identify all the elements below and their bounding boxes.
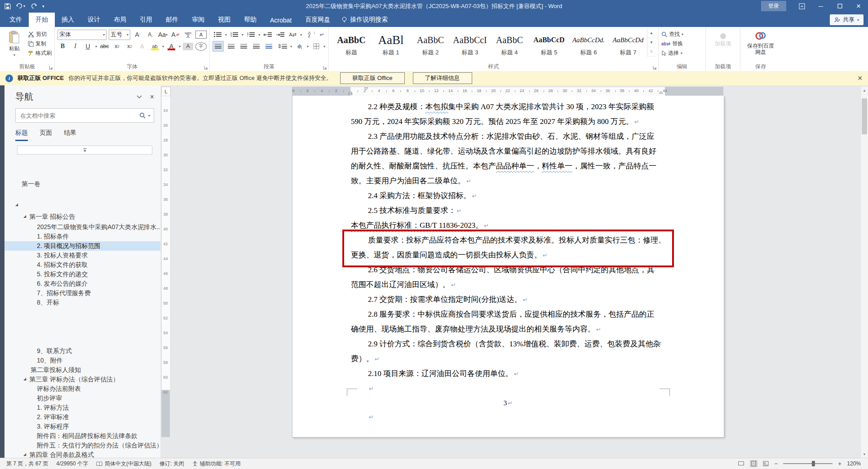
tab-视图[interactable]: 视图 [211,13,237,27]
tab-设计[interactable]: 设计 [81,13,107,27]
character-border-icon[interactable]: A [195,31,207,39]
cut-button[interactable]: 剪切 [28,31,52,38]
font-name-combo[interactable]: 宋体▾ [58,30,106,40]
line-spacing-icon[interactable]: ⇕ [276,41,288,51]
tell-me-search[interactable]: 操作说明搜索 [337,13,392,27]
tab-百度网盘[interactable]: 百度网盘 [298,13,337,27]
nav-item[interactable]: 评标办法前附表 [4,384,160,394]
proofing-language[interactable]: 简体中文(中国大陆) [96,460,151,468]
styles-dialog-launcher-icon[interactable] [653,66,657,70]
font-dialog-launcher-icon[interactable] [204,66,208,70]
grow-font-icon[interactable]: Aˆ [133,30,143,40]
undo-icon[interactable]: ▾ [16,3,25,9]
align-center-icon[interactable] [226,41,236,51]
nav-jump-top-box[interactable] [17,146,152,155]
nav-item[interactable]: 附件四：相同品牌投标相关法律条款 [4,431,160,441]
style-标题 1[interactable]: AaBl标题 1 [371,29,411,57]
ribbon-display-options-icon[interactable] [793,0,811,12]
nav-item[interactable]: 第一卷 [4,179,160,189]
nav-pane-chevron-down-icon[interactable] [137,95,142,99]
character-shading-icon[interactable]: A [183,43,193,50]
document-scrollbar[interactable]: ▲ ▼ [860,87,868,458]
bold-icon[interactable]: B [58,41,68,51]
underline-icon[interactable]: U [83,41,93,51]
style-标题 6[interactable]: AaBbCcDd.标题 6 [569,29,608,57]
tab-帮助[interactable]: 帮助 [237,13,263,27]
nav-tab-结果[interactable]: 结果 [64,129,76,141]
nav-tab-标题[interactable]: 标题 [15,129,28,141]
nav-search-input[interactable] [19,112,137,119]
text-effects-icon[interactable]: A [137,41,147,51]
nav-item[interactable]: 2025年二级物资集中采购A07大类水泥排水... [4,222,160,232]
zoom-slider-thumb[interactable] [812,461,815,466]
word-count[interactable]: 4/29950 个字 [56,460,88,468]
superscript-icon[interactable]: x2 [124,41,135,51]
italic-icon[interactable]: I [70,41,80,51]
restore-button[interactable] [830,0,849,12]
nav-item[interactable]: 附件五：失信行为的扣分办法（综合评估法） [4,441,160,450]
nav-item[interactable]: 1. 评标方法 [4,403,160,412]
nav-item[interactable]: ◢ [4,200,160,210]
close-button[interactable]: × [849,0,868,12]
zoom-out-button[interactable]: − [774,460,778,467]
style-标题 4[interactable]: AaBbC标题 4 [490,29,529,57]
asian-layout-icon[interactable]: A⇄ [288,30,298,40]
format-painter-button[interactable]: 格式刷 [28,49,52,57]
tab-文件[interactable]: 文件 [3,13,29,27]
zoom-slider[interactable] [783,463,833,464]
print-layout-icon[interactable] [750,460,757,467]
sort-icon[interactable]: AZ↓ [304,30,314,40]
nav-item[interactable]: 1. 招标条件 [4,232,160,241]
style-标题 2[interactable]: AaBbC标题 2 [411,29,450,57]
web-layout-icon[interactable] [763,461,769,466]
expand-arrow-icon[interactable]: ◢ [23,375,26,384]
minimize-button[interactable]: ─ [811,0,830,12]
addins-button[interactable]: 加载项 [711,29,735,47]
hanging-indent-marker[interactable] [348,91,353,95]
bullets-icon[interactable] [213,30,223,40]
page-indicator[interactable]: 第 7 页，共 67 页 [6,460,48,468]
tab-插入[interactable]: 插入 [55,13,81,27]
style-标题[interactable]: AaBbC标题 [332,29,371,57]
nav-item[interactable]: ◢第三章 评标办法（综合评估法） [4,375,160,384]
tab-Acrobat[interactable]: Acrobat [263,13,298,27]
nav-item[interactable]: 2. 评审标准 [4,412,160,422]
multilevel-list-icon[interactable]: 1ai [246,30,256,40]
share-button[interactable]: 共享 ▾ [830,14,864,25]
nav-item[interactable]: 3. 评标程序 [4,422,160,431]
replace-button[interactable]: ab⇄ 替换 [661,40,703,48]
nav-search-dropdown-icon[interactable]: ▾ [148,114,150,118]
copy-button[interactable]: 复制 [28,40,52,48]
change-case-icon[interactable]: Aa▾ [158,30,168,40]
nav-item[interactable]: 10、附件 [4,356,160,365]
scroll-up-icon[interactable]: ▲ [861,88,868,93]
find-button[interactable]: 查找▾ [661,31,703,38]
tab-布局[interactable]: 布局 [107,13,133,27]
save-icon[interactable] [4,3,11,9]
nav-item[interactable]: 9、联系方式 [4,346,160,356]
tab-开始[interactable]: 开始 [29,13,55,27]
nav-item[interactable]: 2. 项目概况与招标范围 [4,241,160,251]
signin-button[interactable]: 登录 [761,1,786,11]
read-mode-icon[interactable] [738,461,744,466]
expand-arrow-icon[interactable]: ◢ [23,212,26,221]
distribute-icon[interactable] [264,41,274,51]
shading-icon[interactable] [294,41,305,51]
baidu-save-button[interactable]: 保存到百度网盘 [746,29,775,55]
clear-formatting-icon[interactable]: A [170,30,181,40]
nav-item[interactable]: 第二章投标人须知 [4,365,160,375]
justify-icon[interactable] [251,41,261,51]
align-right-icon[interactable] [239,41,249,51]
nav-search-box[interactable]: ▾ [15,108,154,123]
decrease-indent-icon[interactable]: ⇤ [262,30,273,40]
nav-item[interactable]: 5. 投标文件的递交 [4,270,160,279]
nav-item[interactable]: 6. 发布公告的媒介 [4,279,160,288]
align-left-icon[interactable] [213,41,224,52]
tab-引用[interactable]: 引用 [133,13,159,27]
nav-item[interactable]: 8、开标 [4,298,160,307]
nav-item[interactable]: 初步评审 [4,394,160,403]
style-标题 7[interactable]: AaBbCcDd标题 7 [608,29,647,57]
learn-more-button[interactable]: 了解详细信息 [413,72,472,84]
zoom-in-button[interactable]: + [838,460,841,467]
shrink-font-icon[interactable]: Aˬ [145,30,155,40]
